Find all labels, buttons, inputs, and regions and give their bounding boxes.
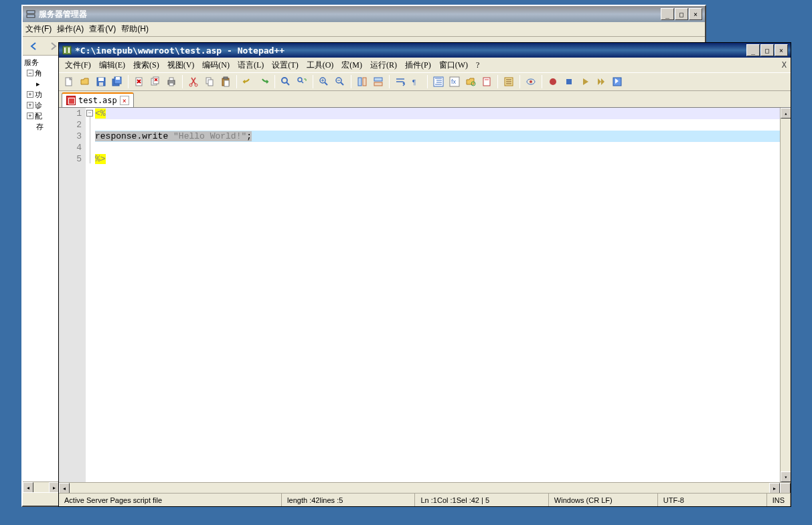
svg-rect-23 [224, 77, 228, 79]
tree-expand-icon[interactable]: + [27, 102, 33, 108]
find-icon[interactable] [278, 74, 293, 89]
nav-back-icon[interactable] [27, 39, 42, 54]
tree-root[interactable]: 服务 [24, 58, 39, 68]
new-file-icon[interactable] [62, 74, 76, 89]
menu-encoding[interactable]: 编码(N) [199, 58, 233, 72]
close-button[interactable]: × [775, 44, 788, 56]
status-insert-mode[interactable]: INS [767, 494, 791, 506]
server-manager-titlebar[interactable]: 服务器管理器 _ □ × [23, 6, 705, 22]
stop-icon[interactable] [562, 74, 576, 89]
svg-rect-31 [374, 78, 382, 81]
zoom-out-icon[interactable] [333, 74, 347, 89]
maximize-button[interactable]: □ [675, 8, 688, 20]
redo-icon[interactable] [256, 74, 271, 89]
scroll-right-icon[interactable]: ▸ [769, 483, 780, 493]
status-eol[interactable]: Windows (CR LF) [549, 494, 658, 506]
save-icon[interactable] [94, 74, 108, 89]
wrap-icon[interactable] [393, 74, 408, 89]
save-all-icon[interactable] [110, 74, 125, 89]
function-list-icon[interactable] [501, 74, 516, 89]
play-multi-icon[interactable] [594, 74, 608, 89]
sync-h-icon[interactable] [371, 74, 386, 89]
code-editor[interactable]: <% response.write "Hello World!"; %> [95, 108, 780, 482]
svg-rect-0 [27, 11, 35, 13]
tab-test-asp[interactable]: test.asp × [62, 92, 134, 107]
server-manager-tree[interactable]: 服务 −角 ▸ +功 +诊 +配 存 [23, 56, 60, 506]
notepadpp-tabbar: test.asp × [59, 91, 791, 107]
server-manager-icon [25, 9, 36, 19]
tree-node[interactable]: ▸ [36, 80, 40, 88]
menu-language[interactable]: 语言(L) [234, 58, 267, 72]
menu-file[interactable]: 文件(F) [25, 23, 52, 35]
code-token: <% [95, 108, 106, 119]
open-file-icon[interactable] [78, 74, 92, 89]
tree-expand-icon[interactable]: − [27, 70, 33, 76]
fold-margin[interactable]: − [86, 108, 95, 482]
print-icon[interactable] [164, 74, 179, 89]
editor-area: 1 2 3 4 5 − <% response.write "Hello Wor… [59, 107, 791, 493]
menu-search[interactable]: 搜索(S) [130, 58, 163, 72]
svg-rect-1 [27, 15, 35, 17]
zoom-in-icon[interactable] [317, 74, 331, 89]
close-button[interactable]: × [689, 8, 702, 20]
scroll-left-icon[interactable]: ◂ [59, 483, 70, 493]
indent-guide-icon[interactable] [431, 74, 446, 89]
folder-view-icon[interactable] [463, 74, 478, 89]
menu-macro[interactable]: 宏(M) [338, 58, 366, 72]
tree-node[interactable]: 诊 [35, 100, 42, 110]
sync-v-icon[interactable] [355, 74, 370, 89]
menu-settings[interactable]: 设置(T) [268, 58, 301, 72]
tree-expand-icon[interactable]: + [27, 112, 33, 119]
menu-window[interactable]: 窗口(W) [436, 58, 471, 72]
menu-action[interactable]: 操作(A) [57, 23, 84, 35]
play-icon[interactable] [578, 74, 592, 89]
tab-close-icon[interactable]: × [120, 96, 129, 105]
close-all-icon[interactable] [148, 74, 163, 89]
maximize-button[interactable]: □ [760, 44, 774, 56]
paste-icon[interactable] [218, 74, 233, 89]
scroll-down-icon[interactable]: ▾ [781, 471, 791, 482]
all-chars-icon[interactable]: ¶ [409, 74, 424, 89]
code-token: "Hello World!" [173, 131, 246, 141]
secondary-close-icon[interactable]: X [782, 60, 787, 70]
tree-expand-icon[interactable]: + [27, 91, 33, 98]
svg-rect-4 [68, 48, 70, 53]
menu-view[interactable]: 视图(V) [164, 58, 198, 72]
copy-icon[interactable] [202, 74, 217, 89]
replace-icon[interactable] [295, 74, 309, 89]
line-numbers: 1 2 3 4 5 [59, 108, 86, 482]
scroll-up-icon[interactable]: ▴ [781, 108, 791, 119]
menu-help[interactable]: ? [473, 59, 483, 72]
fold-collapse-icon[interactable]: − [86, 110, 93, 117]
svg-rect-21 [208, 80, 213, 86]
lang-icon[interactable]: fx [447, 74, 462, 89]
minimize-button[interactable]: _ [746, 44, 760, 56]
menu-tools[interactable]: 工具(O) [303, 58, 337, 72]
menu-view[interactable]: 查看(V) [89, 23, 116, 35]
scroll-left-icon[interactable]: ◂ [23, 482, 33, 493]
minimize-button[interactable]: _ [661, 8, 674, 20]
menu-file[interactable]: 文件(F) [62, 58, 94, 72]
menu-run[interactable]: 运行(R) [367, 58, 400, 72]
menu-help[interactable]: 帮助(H) [121, 23, 149, 35]
horizontal-scrollbar[interactable]: ◂ ▸ [59, 482, 791, 493]
cut-icon[interactable] [186, 74, 201, 89]
toolbar-separator [497, 75, 498, 88]
tree-scrollbar[interactable]: ◂ ▸ [23, 481, 60, 492]
status-encoding[interactable]: UTF-8 [658, 494, 767, 506]
record-icon[interactable] [546, 74, 560, 89]
menu-edit[interactable]: 编辑(E) [96, 58, 129, 72]
tree-node[interactable]: 角 [35, 68, 42, 78]
undo-icon[interactable] [240, 74, 255, 89]
tree-node[interactable]: 存 [36, 122, 44, 132]
code-token: response.write [95, 131, 173, 141]
tree-node[interactable]: 功 [35, 90, 42, 100]
close-file-icon[interactable] [132, 74, 147, 89]
vertical-scrollbar[interactable]: ▴ ▾ [780, 108, 791, 482]
eye-icon[interactable] [523, 74, 538, 89]
notepadpp-titlebar[interactable]: *C:\inetpub\wwwroot\test.asp - Notepad++… [59, 43, 791, 58]
tree-node[interactable]: 配 [35, 111, 42, 121]
doc-map-icon[interactable] [479, 74, 494, 89]
save-macro-icon[interactable] [610, 74, 625, 89]
menu-plugins[interactable]: 插件(P) [402, 58, 434, 72]
